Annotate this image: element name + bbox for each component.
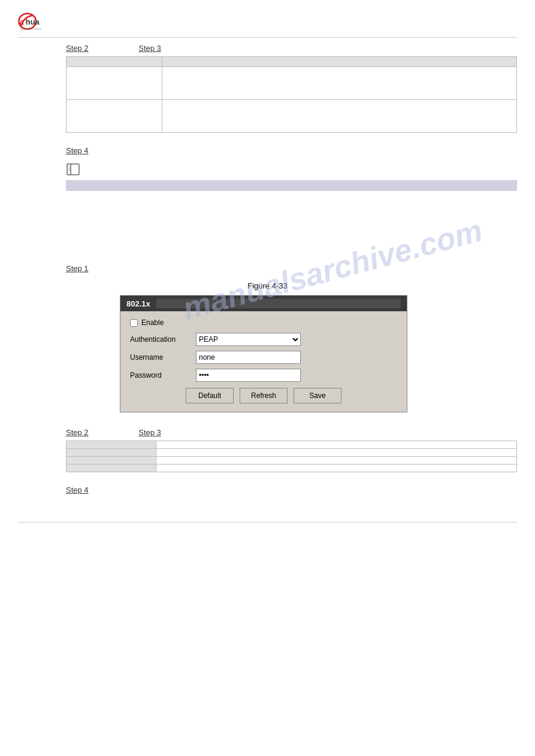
dialog-802-1x: 802.1x Enable Authentication PEAP TLS bbox=[120, 295, 517, 412]
auth-label: Authentication bbox=[130, 335, 196, 344]
table-col2-header bbox=[162, 57, 517, 67]
svg-text:hua: hua bbox=[26, 17, 40, 26]
password-input[interactable] bbox=[196, 369, 301, 382]
svg-text:a: a bbox=[20, 17, 24, 26]
password-label: Password bbox=[130, 371, 196, 379]
step2-bottom-link[interactable]: Step 2 bbox=[66, 428, 89, 437]
table-row bbox=[67, 67, 517, 100]
svg-rect-4 bbox=[67, 164, 79, 175]
table-cell-left bbox=[67, 100, 162, 133]
page-header: a hua TECHNOLOGY bbox=[18, 6, 517, 38]
dialog-box: 802.1x Enable Authentication PEAP TLS bbox=[120, 295, 407, 412]
note-content bbox=[66, 193, 499, 253]
username-input[interactable] bbox=[196, 351, 301, 364]
table-row bbox=[67, 449, 517, 457]
password-row: Password bbox=[130, 369, 397, 382]
step3-bottom-link[interactable]: Step 3 bbox=[138, 428, 161, 437]
table-row bbox=[67, 441, 517, 449]
dahua-logo-icon: a hua TECHNOLOGY bbox=[18, 11, 48, 32]
note-bar bbox=[66, 180, 517, 191]
username-row: Username bbox=[130, 351, 397, 364]
bottom-table bbox=[66, 441, 517, 472]
table-cell-right bbox=[162, 67, 517, 100]
table-cell-value bbox=[156, 449, 517, 457]
table-cell-left bbox=[67, 67, 162, 100]
auth-select[interactable]: PEAP TLS bbox=[196, 333, 301, 346]
dialog-titlebar: 802.1x bbox=[120, 296, 407, 311]
table-row bbox=[67, 100, 517, 133]
enable-label: Enable bbox=[141, 318, 164, 327]
dialog-body: Enable Authentication PEAP TLS Username bbox=[120, 311, 407, 412]
note-book-icon bbox=[66, 163, 517, 178]
step1-link[interactable]: Step 1 bbox=[66, 264, 89, 273]
table-row bbox=[67, 464, 517, 472]
table-row bbox=[67, 457, 517, 464]
dialog-buttons: Default Refresh Save bbox=[130, 388, 397, 406]
auth-row: Authentication PEAP TLS bbox=[130, 333, 397, 346]
svg-text:TECHNOLOGY: TECHNOLOGY bbox=[20, 28, 42, 31]
table-cell-header bbox=[67, 449, 156, 457]
enable-checkbox[interactable] bbox=[130, 319, 138, 327]
step4-top-link[interactable]: Step 4 bbox=[66, 146, 89, 155]
table-cell-header bbox=[67, 457, 156, 464]
table-cell-header bbox=[67, 441, 156, 449]
enable-row: Enable bbox=[130, 318, 397, 327]
figure-label: Figure 4-33 bbox=[18, 281, 517, 290]
step2-top-link[interactable]: Step 2 bbox=[66, 44, 89, 53]
username-label: Username bbox=[130, 353, 196, 362]
table-cell-right bbox=[162, 100, 517, 133]
table-cell-value bbox=[156, 464, 517, 472]
page-bottom-line bbox=[18, 522, 517, 523]
table-cell-value bbox=[156, 441, 517, 449]
table-col1-header bbox=[67, 57, 162, 67]
dialog-title: 802.1x bbox=[126, 299, 150, 308]
save-button[interactable]: Save bbox=[294, 388, 341, 403]
table-cell-header bbox=[67, 464, 156, 472]
step3-top-link[interactable]: Step 3 bbox=[138, 44, 161, 53]
step4-bottom-link[interactable]: Step 4 bbox=[66, 485, 89, 494]
default-button[interactable]: Default bbox=[186, 388, 234, 403]
refresh-button[interactable]: Refresh bbox=[240, 388, 288, 403]
top-table bbox=[66, 56, 517, 133]
table-cell-value bbox=[156, 457, 517, 464]
logo: a hua TECHNOLOGY bbox=[18, 11, 50, 32]
